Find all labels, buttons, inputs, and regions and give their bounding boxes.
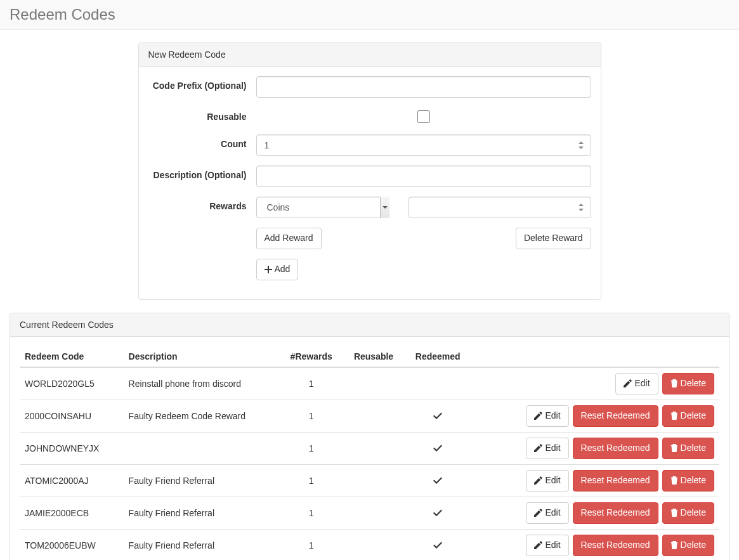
- edit-button[interactable]: Edit: [526, 535, 568, 556]
- edit-button[interactable]: Edit: [615, 373, 658, 394]
- cell-reusable: [343, 464, 404, 497]
- cell-redeemed: [404, 367, 471, 400]
- cell-description: Faulty Friend Referral: [124, 529, 280, 560]
- trash-icon: [670, 379, 678, 387]
- edit-button[interactable]: Edit: [526, 470, 568, 492]
- page-title: Redeem Codes: [10, 6, 729, 23]
- description-input[interactable]: [256, 166, 591, 187]
- trash-icon: [670, 412, 678, 420]
- table-row: 2000COINSAHUFaulty Redeem Code Reward1Ed…: [20, 400, 719, 432]
- cell-code: JOHNDOWNEYJX: [20, 432, 124, 464]
- edit-button[interactable]: Edit: [526, 438, 568, 459]
- cell-rewards: 1: [279, 497, 343, 529]
- table-row: ATOMIC2000AJFaulty Friend Referral1EditR…: [20, 464, 719, 497]
- pencil-square-icon: [624, 379, 632, 387]
- reset-redeemed-button[interactable]: Reset Redeemed: [573, 535, 658, 556]
- trash-icon: [670, 541, 678, 549]
- reward-amount-input[interactable]: [409, 197, 591, 218]
- cell-code: TOM20006EUBW: [20, 529, 124, 560]
- add-button[interactable]: Add: [256, 259, 299, 280]
- cell-redeemed: [404, 432, 471, 464]
- new-code-panel: New Redeem Code Code Prefix (Optional) R…: [138, 42, 601, 300]
- delete-button[interactable]: Delete: [662, 535, 714, 556]
- cell-reusable: [343, 367, 404, 400]
- cell-rewards: 1: [279, 432, 343, 464]
- trash-icon: [670, 444, 678, 452]
- reward-type-select[interactable]: Coins: [256, 197, 389, 218]
- new-code-heading: New Redeem Code: [139, 43, 601, 67]
- delete-button[interactable]: Delete: [662, 438, 714, 459]
- table-row: JAMIE2000ECBFaulty Friend Referral1EditR…: [20, 497, 719, 529]
- cell-actions: EditReset RedeemedDelete: [471, 497, 719, 529]
- delete-button-label: Delete: [681, 378, 706, 388]
- table-row: JOHNDOWNEYJX1EditReset RedeemedDelete: [20, 432, 719, 464]
- delete-button[interactable]: Delete: [662, 373, 714, 394]
- cell-redeemed: [404, 400, 471, 432]
- reusable-checkbox[interactable]: [417, 110, 430, 123]
- delete-button-label: Delete: [681, 443, 706, 453]
- cell-rewards: 1: [279, 367, 343, 400]
- col-actions: [471, 346, 719, 367]
- cell-rewards: 1: [279, 464, 343, 497]
- cell-code: ATOMIC2000AJ: [20, 464, 124, 497]
- table-row: TOM20006EUBWFaulty Friend Referral1EditR…: [20, 529, 719, 560]
- prefix-input[interactable]: [256, 76, 591, 98]
- check-icon: [433, 476, 442, 484]
- count-input[interactable]: [256, 134, 591, 156]
- cell-actions: EditReset RedeemedDelete: [471, 400, 719, 432]
- check-icon: [433, 412, 442, 419]
- reset-redeemed-button[interactable]: Reset Redeemed: [573, 470, 658, 492]
- page-header: Redeem Codes: [0, 0, 739, 30]
- current-codes-heading: Current Redeem Codes: [10, 313, 729, 337]
- check-icon: [433, 509, 442, 516]
- trash-icon: [670, 476, 678, 485]
- delete-button-label: Delete: [681, 507, 706, 518]
- delete-reward-button[interactable]: Delete Reward: [516, 228, 591, 249]
- edit-button[interactable]: Edit: [526, 502, 568, 524]
- cell-reusable: [343, 529, 404, 560]
- pencil-square-icon: [534, 541, 542, 549]
- reset-redeemed-button[interactable]: Reset Redeemed: [573, 438, 658, 459]
- pencil-square-icon: [534, 476, 542, 485]
- cell-code: 2000COINSAHU: [20, 400, 124, 432]
- col-reusable: Reusable: [343, 346, 404, 367]
- col-code: Redeem Code: [20, 346, 124, 367]
- edit-button-label: Edit: [545, 443, 560, 453]
- pencil-square-icon: [534, 412, 542, 420]
- current-codes-panel: Current Redeem Codes Redeem Code Descrip…: [10, 313, 729, 560]
- cell-actions: EditReset RedeemedDelete: [471, 529, 719, 560]
- cell-rewards: 1: [279, 529, 343, 560]
- delete-button-label: Delete: [681, 475, 706, 485]
- plus-icon: [265, 266, 272, 273]
- cell-description: Reinstall phone from discord: [124, 367, 280, 400]
- reset-redeemed-button[interactable]: Reset Redeemed: [573, 405, 658, 427]
- delete-button[interactable]: Delete: [662, 502, 714, 524]
- edit-button[interactable]: Edit: [526, 405, 568, 427]
- check-icon: [433, 541, 442, 549]
- cell-description: Faulty Friend Referral: [124, 497, 280, 529]
- pencil-square-icon: [534, 509, 542, 517]
- add-button-label: Add: [275, 264, 291, 274]
- edit-button-label: Edit: [634, 378, 650, 388]
- add-reward-button[interactable]: Add Reward: [256, 228, 322, 249]
- cell-actions: EditDelete: [471, 367, 719, 400]
- delete-button[interactable]: Delete: [662, 470, 714, 492]
- cell-redeemed: [404, 529, 471, 560]
- edit-button-label: Edit: [545, 410, 560, 420]
- cell-reusable: [343, 432, 404, 464]
- cell-redeemed: [404, 464, 471, 497]
- cell-rewards: 1: [279, 400, 343, 432]
- cell-description: [124, 432, 280, 464]
- cell-description: Faulty Friend Referral: [124, 464, 280, 497]
- edit-button-label: Edit: [545, 507, 560, 518]
- cell-code: WORLD2020GL5: [20, 367, 124, 400]
- cell-reusable: [343, 497, 404, 529]
- cell-redeemed: [404, 497, 471, 529]
- col-description: Description: [124, 346, 280, 367]
- delete-button[interactable]: Delete: [662, 405, 714, 427]
- prefix-label: Code Prefix (Optional): [148, 76, 256, 98]
- edit-button-label: Edit: [545, 540, 560, 550]
- codes-table: Redeem Code Description #Rewards Reusabl…: [20, 346, 719, 560]
- table-row: WORLD2020GL5Reinstall phone from discord…: [20, 367, 719, 400]
- reset-redeemed-button[interactable]: Reset Redeemed: [573, 502, 658, 524]
